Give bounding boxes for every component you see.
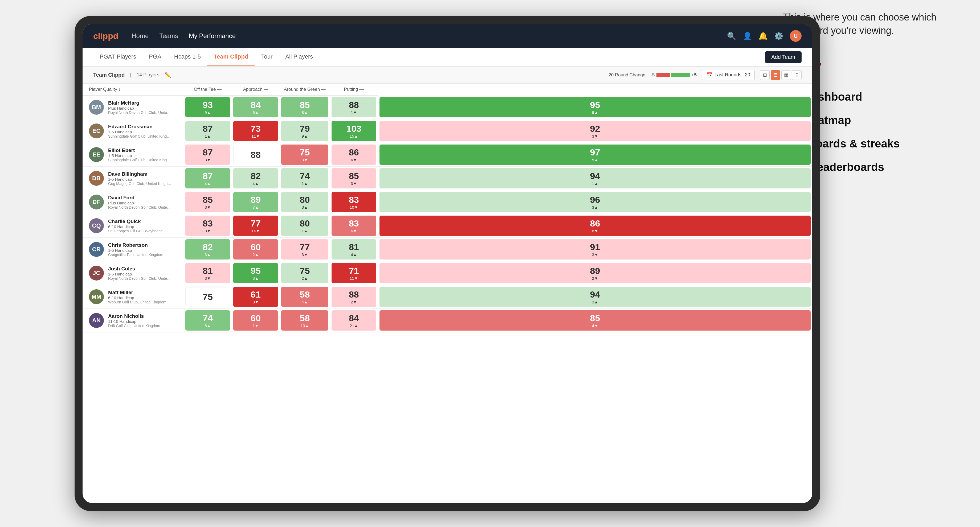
search-icon[interactable]: 🔍 <box>727 32 736 40</box>
table-row[interactable]: EE Elliot Ebert 1-5 Handicap Sunningdale… <box>83 143 812 167</box>
edit-team-icon[interactable]: ✏️ <box>165 72 171 78</box>
table-row[interactable]: MM Matt Miller 6-10 Handicap Woburn Golf… <box>83 285 812 309</box>
player-quality-9: 74 8▲ <box>184 309 232 332</box>
user-avatar[interactable]: U <box>790 30 802 42</box>
round-change-max: +5 <box>692 72 697 78</box>
player-quality-3: 87 4▲ <box>184 167 232 190</box>
table-row[interactable]: EC Edward Crossman 1-5 Handicap Sunningd… <box>83 119 812 143</box>
player-hcp-1: 1-5 Handicap <box>108 130 172 134</box>
table-row[interactable]: CR Chris Robertson 1-5 Handicap Craigmil… <box>83 238 812 261</box>
sub-nav-pga[interactable]: PGA <box>142 48 167 66</box>
off-tee-3: 82 4▲ <box>232 167 280 190</box>
player-cell-1[interactable]: EC Edward Crossman 1-5 Handicap Sunningd… <box>83 119 184 143</box>
player-avatar-1: EC <box>89 124 104 138</box>
player-cell-5[interactable]: CQ Charlie Quick 6-10 Handicap St. Georg… <box>83 214 184 238</box>
add-team-button[interactable]: Add Team <box>765 51 802 63</box>
team-name: Team Clippd <box>93 72 125 78</box>
col-header-off-tee[interactable]: Off the Tee — <box>184 84 232 95</box>
table-row[interactable]: JC Josh Coles 1-5 Handicap Royal North D… <box>83 261 812 285</box>
nav-link-my-performance[interactable]: My Performance <box>189 32 236 40</box>
player-info-0: Blair McHarg Plus Handicap Royal North D… <box>108 100 172 115</box>
table-row[interactable]: DF David Ford Plus Handicap Royal North … <box>83 190 812 214</box>
sub-nav-team-clippd[interactable]: Team Clippd <box>207 48 255 66</box>
player-info-6: Chris Robertson 1-5 Handicap Craigmillar… <box>108 242 163 257</box>
off-tee-4: 89 7▲ <box>232 190 280 214</box>
player-quality-1: 87 1▲ <box>184 119 232 143</box>
player-club-6: Craigmillar Park, United Kingdom <box>108 252 163 257</box>
sub-nav-pgat[interactable]: PGAT Players <box>93 48 142 66</box>
col-header-approach[interactable]: Approach — <box>232 84 280 95</box>
nav-link-home[interactable]: Home <box>132 32 149 40</box>
player-cell-7[interactable]: JC Josh Coles 1-5 Handicap Royal North D… <box>83 261 184 285</box>
view-export-button[interactable]: ↧ <box>792 70 802 80</box>
table-row[interactable]: AN Aaron Nicholls 11-15 Handicap Drift G… <box>83 309 812 332</box>
player-quality-8: 75 <box>184 285 232 309</box>
settings-icon[interactable]: ⚙️ <box>774 32 783 40</box>
player-hcp-0: Plus Handicap <box>108 106 172 110</box>
sub-nav-tour[interactable]: Tour <box>255 48 279 66</box>
player-info-4: David Ford Plus Handicap Royal North Dev… <box>108 195 172 210</box>
around-green-6: 81 4▲ <box>330 238 378 261</box>
player-avatar-8: MM <box>89 289 104 304</box>
player-avatar-7: JC <box>89 266 104 281</box>
player-quality-4: 85 3▼ <box>184 190 232 214</box>
player-club-3: Gog Magog Golf Club, United Kingdom <box>108 181 172 186</box>
calendar-icon: 📅 <box>706 72 712 78</box>
player-info-2: Elliot Ebert 1-5 Handicap Sunningdale Go… <box>108 148 172 162</box>
player-quality-7: 81 3▼ <box>184 261 232 285</box>
putting-7: 89 2▼ <box>378 261 812 285</box>
last-rounds-button[interactable]: 📅 Last Rounds: 20 <box>702 70 755 80</box>
sub-nav-hcaps[interactable]: Hcaps 1-5 <box>168 48 207 66</box>
player-hcp-9: 11-15 Handicap <box>108 319 160 324</box>
player-avatar-5: CQ <box>89 218 104 233</box>
bar-red <box>657 73 670 77</box>
profile-icon[interactable]: 👤 <box>743 32 752 40</box>
tablet-screen: clippd Home Teams My Performance 🔍 👤 🔔 ⚙… <box>83 24 812 503</box>
table-header: Player Quality ↓ Off the Tee — Approach … <box>83 84 812 95</box>
sub-nav-all-players[interactable]: All Players <box>279 48 319 66</box>
team-separator: | <box>130 72 132 78</box>
player-cell-6[interactable]: CR Chris Robertson 1-5 Handicap Craigmil… <box>83 238 184 261</box>
player-name-0: Blair McHarg <box>108 100 172 106</box>
approach-7: 75 2▲ <box>280 261 330 285</box>
off-tee-5: 77 14▼ <box>232 214 280 238</box>
player-hcp-6: 1-5 Handicap <box>108 248 163 252</box>
col-header-around-green[interactable]: Around the Green — <box>280 84 330 95</box>
approach-3: 74 1▲ <box>280 167 330 190</box>
view-list-button[interactable]: ☰ <box>771 70 780 80</box>
approach-5: 80 1▲ <box>280 214 330 238</box>
player-cell-4[interactable]: DF David Ford Plus Handicap Royal North … <box>83 190 184 214</box>
off-tee-0: 84 6▲ <box>232 95 280 119</box>
last-rounds-label: Last Rounds: <box>714 72 743 78</box>
putting-9: 85 4▼ <box>378 309 812 332</box>
view-grid-button[interactable]: ⊞ <box>760 70 770 80</box>
player-hcp-4: Plus Handicap <box>108 201 172 205</box>
around-green-4: 83 10▼ <box>330 190 378 214</box>
player-avatar-2: EE <box>89 147 104 162</box>
nav-link-teams[interactable]: Teams <box>159 32 178 40</box>
player-info-3: Dave Billingham 1-5 Handicap Gog Magog G… <box>108 171 172 186</box>
table-row[interactable]: BM Blair McHarg Plus Handicap Royal Nort… <box>83 95 812 119</box>
nav-logo: clippd <box>93 31 118 41</box>
putting-0: 95 9▲ <box>378 95 812 119</box>
nav-bar: clippd Home Teams My Performance 🔍 👤 🔔 ⚙… <box>83 24 812 48</box>
player-cell-0[interactable]: BM Blair McHarg Plus Handicap Royal Nort… <box>83 95 184 119</box>
view-heatmap-button[interactable]: ▦ <box>781 70 791 80</box>
player-cell-9[interactable]: AN Aaron Nicholls 11-15 Handicap Drift G… <box>83 309 184 332</box>
table-row[interactable]: CQ Charlie Quick 6-10 Handicap St. Georg… <box>83 214 812 238</box>
team-header: Team Clippd | 14 Players ✏️ 20 Round Cha… <box>83 67 812 84</box>
round-change-label: 20 Round Change <box>609 72 645 78</box>
player-cell-2[interactable]: EE Elliot Ebert 1-5 Handicap Sunningdale… <box>83 143 184 167</box>
last-rounds-value: 20 <box>745 72 750 78</box>
player-cell-8[interactable]: MM Matt Miller 6-10 Handicap Woburn Golf… <box>83 285 184 309</box>
col-header-player[interactable]: Player Quality ↓ <box>83 84 184 95</box>
off-tee-2: 88 <box>232 143 280 167</box>
player-cell-3[interactable]: DB Dave Billingham 1-5 Handicap Gog Mago… <box>83 167 184 190</box>
nav-links: Home Teams My Performance <box>132 32 727 40</box>
player-quality-5: 83 3▼ <box>184 214 232 238</box>
player-info-5: Charlie Quick 6-10 Handicap St. George's… <box>108 219 172 233</box>
table-row[interactable]: DB Dave Billingham 1-5 Handicap Gog Mago… <box>83 167 812 190</box>
notification-icon[interactable]: 🔔 <box>759 32 768 40</box>
col-header-putting[interactable]: Putting — <box>330 84 378 95</box>
around-green-9: 84 21▲ <box>330 309 378 332</box>
